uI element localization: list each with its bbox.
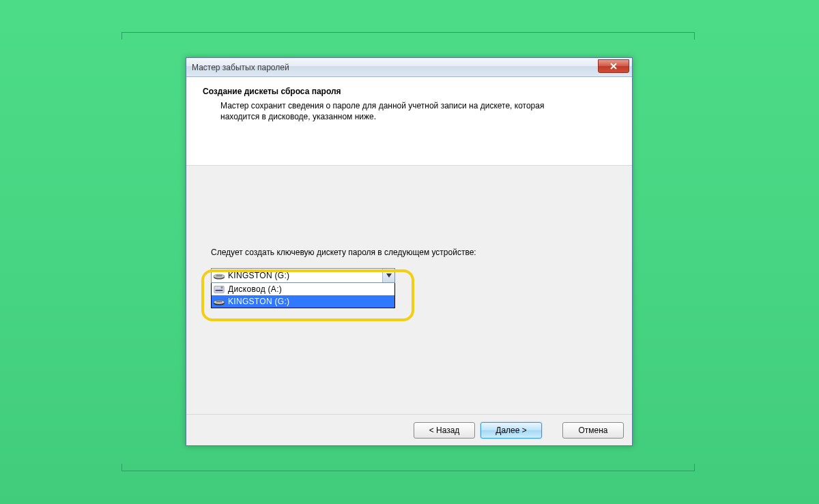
close-icon bbox=[609, 63, 618, 70]
svg-rect-2 bbox=[216, 276, 222, 277]
drive-option-floppy[interactable]: Дисковод (A:) bbox=[212, 283, 394, 295]
svg-rect-5 bbox=[221, 286, 223, 288]
drive-prompt-label: Следует создать ключевую дискету пароля … bbox=[211, 248, 607, 257]
back-button[interactable]: < Назад bbox=[414, 422, 475, 439]
drive-combobox[interactable]: KINGSTON (G:) bbox=[211, 268, 395, 283]
drive-dropdown-list[interactable]: Дисковод (A:) KINGSTON (G:) bbox=[211, 282, 395, 308]
chevron-down-icon bbox=[386, 273, 392, 278]
body-pane: Следует создать ключевую дискету пароля … bbox=[186, 166, 632, 414]
svg-rect-8 bbox=[216, 301, 222, 303]
usb-drive-icon bbox=[213, 297, 225, 306]
page-description: Мастер сохранит сведения о пароле для да… bbox=[203, 100, 571, 122]
window-title: Мастер забытых паролей bbox=[192, 63, 289, 72]
combobox-arrow-button[interactable] bbox=[382, 269, 394, 282]
wizard-dialog: Мастер забытых паролей Создание дискеты … bbox=[186, 57, 633, 446]
usb-drive-icon bbox=[213, 271, 225, 280]
footer-button-bar: < Назад Далее > Отмена bbox=[186, 414, 632, 445]
drive-combobox-value: KINGSTON (G:) bbox=[228, 271, 382, 280]
close-button[interactable] bbox=[598, 59, 629, 73]
page-title: Создание дискеты сброса пароля bbox=[203, 87, 616, 96]
outer-frame-top bbox=[121, 32, 695, 40]
drive-option-label: Дисковод (A:) bbox=[228, 284, 282, 294]
svg-rect-4 bbox=[216, 290, 223, 291]
next-button[interactable]: Далее > bbox=[480, 422, 542, 439]
outer-frame-bottom bbox=[121, 464, 695, 471]
drive-option-kingston[interactable]: KINGSTON (G:) bbox=[212, 295, 394, 308]
floppy-drive-icon bbox=[213, 284, 225, 294]
drive-option-label: KINGSTON (G:) bbox=[228, 297, 289, 306]
titlebar[interactable]: Мастер забытых паролей bbox=[186, 58, 632, 77]
cancel-button[interactable]: Отмена bbox=[562, 422, 624, 439]
header-pane: Создание дискеты сброса пароля Мастер со… bbox=[186, 77, 632, 166]
